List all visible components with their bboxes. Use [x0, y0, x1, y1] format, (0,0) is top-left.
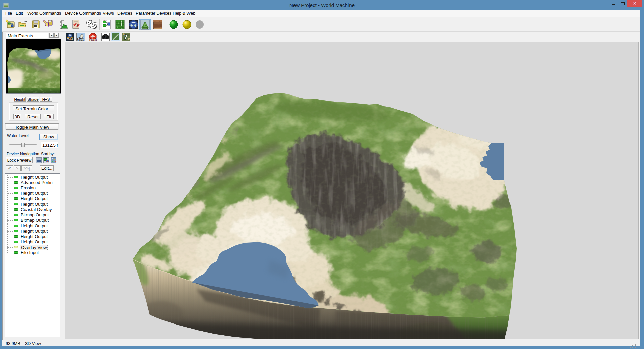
svg-text:Orbit: Orbit: [67, 38, 73, 41]
svg-text:Free: Free: [78, 38, 84, 41]
svg-text:Reset: Reset: [90, 38, 97, 41]
svg-text:?: ?: [124, 33, 128, 41]
svg-text:TER 1.2: TER 1.2: [103, 20, 107, 21]
